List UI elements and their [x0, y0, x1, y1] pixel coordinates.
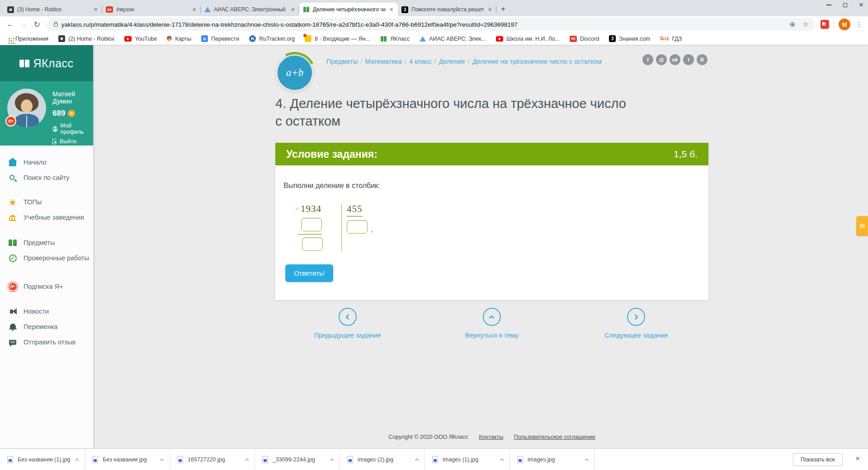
download-item[interactable]: images (1).jpg [425, 449, 510, 470]
tab-muzon[interactable]: 69 #музон × [102, 3, 201, 16]
bookmark-gdz[interactable]: Gdz ГДЗ [660, 36, 682, 42]
bookmark-avers[interactable]: АИАС АВЕРС: Элек... [420, 36, 486, 42]
check-circle-icon: ✓ [9, 254, 17, 262]
contacts-link[interactable]: Контакты [479, 434, 503, 440]
sidebar-item-subjects[interactable]: Предметы [0, 235, 93, 250]
window-minimize-button[interactable] [826, 5, 831, 5]
user-points: 689 ★ [52, 109, 89, 118]
sidebar-item-schools[interactable]: Учебные заведения [0, 210, 93, 225]
browser-menu-icon[interactable]: ⋮ [856, 20, 863, 28]
bookmark-yandex-mail[interactable]: 8 · Входящие — Ян... [305, 35, 370, 42]
tab-close-icon[interactable]: × [290, 6, 296, 13]
envelope-icon: ✉ [859, 222, 865, 230]
download-item[interactable]: 165727220.jpg [170, 449, 255, 470]
my-profile-link[interactable]: Мой профиль [52, 122, 89, 135]
download-menu-chevron[interactable] [500, 458, 504, 462]
tab-yaklass-active[interactable]: Деление четырёхзначного чис × [299, 3, 398, 16]
agreement-link[interactable]: Пользовательское соглашение [514, 434, 595, 440]
tab-close-icon[interactable]: × [93, 6, 99, 13]
bookmark-star-icon[interactable]: ☆ [802, 20, 808, 28]
sidebar-item-feedback[interactable]: Отправить отзыв [0, 334, 93, 350]
window-close-button[interactable]: × [859, 3, 863, 7]
sidebar-item-break[interactable]: Переменка [0, 319, 93, 334]
tab-roblox[interactable]: (3) Home - Roblox × [4, 3, 102, 16]
download-menu-chevron[interactable] [415, 458, 419, 462]
close-downloads-icon[interactable]: × [855, 455, 860, 462]
breadcrumb-grade[interactable]: 4 класс [409, 58, 432, 65]
copyright: Copyright © 2020 ООО ЯКласс [388, 434, 468, 440]
bookmark-youtube[interactable]: YouTube [124, 36, 157, 42]
breadcrumb-math[interactable]: Математика [365, 58, 402, 65]
remainder-input[interactable] [302, 237, 323, 251]
forward-button[interactable]: → [17, 20, 31, 29]
bookmark-yaklass[interactable]: ЯКласс [380, 36, 410, 42]
download-menu-chevron[interactable] [75, 458, 79, 462]
chevron-up-icon [489, 315, 495, 321]
tab-avers[interactable]: АИАС АВЕРС: Электронный Кла × [201, 3, 299, 16]
bookmark-znania[interactable]: 3 Знания.com [609, 35, 650, 42]
twitter-icon[interactable]: t [683, 54, 694, 65]
tab-close-icon[interactable]: × [487, 6, 493, 13]
back-button[interactable]: ← [4, 20, 17, 29]
tab-znania[interactable]: 3 Помогите пожалуйста решить з × [398, 3, 496, 16]
bookmark-translate[interactable]: G Перевести [201, 35, 239, 42]
search-icon [9, 175, 14, 180]
download-menu-chevron[interactable] [160, 458, 164, 462]
breadcrumb-division[interactable]: Деление [439, 58, 465, 65]
download-item[interactable]: _33099-2244.jpg [255, 449, 340, 470]
download-menu-chevron[interactable] [585, 458, 589, 462]
bookmark-apps[interactable]: Приложения [6, 36, 48, 42]
download-item[interactable]: Без названия.jpg [85, 449, 170, 470]
sidebar-item-home[interactable]: Начало [0, 155, 93, 170]
logout-link[interactable]: Выйти [52, 138, 89, 145]
prev-task-button[interactable] [339, 308, 357, 326]
address-bar[interactable]: yaklass.ru/p/matematika/4-klass/delenie-… [47, 18, 815, 31]
download-item[interactable]: images (2).jpg [340, 449, 425, 470]
download-menu-chevron[interactable] [245, 458, 249, 462]
browser-profile-avatar[interactable]: M [839, 19, 850, 30]
quotient-input[interactable] [347, 220, 368, 234]
sidebar-item-search[interactable]: Поиск по сайту [0, 170, 93, 185]
answer-button[interactable]: Ответить! [285, 264, 333, 282]
back-to-topic-button[interactable] [483, 308, 501, 326]
sidebar-item-tests[interactable]: ✓ Проверочные работы [0, 250, 93, 266]
prev-task-label[interactable]: Предыдущее задание [314, 332, 381, 339]
extension-icon[interactable] [821, 20, 830, 29]
back-to-topic-label[interactable]: Вернуться в тему [465, 332, 519, 339]
profile-panel: Я+ Матвей Думин 689 ★ Мой профиль Выйти [0, 81, 93, 146]
tab-title: #музон [116, 6, 189, 13]
sidebar-item-tops[interactable]: ★ ТОПы [0, 194, 93, 210]
person-icon [52, 126, 57, 132]
download-item[interactable]: images.jpg [510, 449, 595, 470]
next-task-label[interactable]: Следующее задание [604, 332, 668, 339]
mail-icon[interactable]: @ [656, 54, 667, 65]
window-restore-button[interactable] [843, 3, 847, 7]
bookmark-roblox[interactable]: (2) Home - Roblox [58, 35, 114, 42]
facebook-icon[interactable]: f [642, 54, 653, 65]
reload-button[interactable]: ↻ [30, 20, 44, 29]
next-task-button[interactable] [627, 308, 645, 326]
yaklass-logo[interactable]: ЯКласс [0, 45, 93, 81]
feedback-envelope-tab[interactable]: ✉ [856, 216, 868, 236]
breadcrumb-subjects[interactable]: Предметы [326, 58, 358, 65]
sidebar-item-subscription[interactable]: Я+ Подписка Я+ [0, 279, 93, 294]
subtrahend-input[interactable] [301, 218, 322, 231]
bookmark-discord[interactable]: 65 Discord [570, 36, 599, 42]
zoom-icon[interactable]: ⊕ [790, 20, 796, 28]
bookmark-school[interactable]: Школа им. Н.И. Ло... [496, 36, 560, 42]
vk-icon[interactable]: B [697, 54, 708, 65]
new-tab-button[interactable]: + [501, 5, 505, 16]
tab-close-icon[interactable]: × [389, 6, 394, 13]
sidebar-item-news[interactable]: Новости [0, 304, 93, 319]
minus-sign: − [295, 206, 299, 212]
download-menu-chevron[interactable] [330, 458, 334, 462]
bookmark-rutracker[interactable]: R RuTracker.org [249, 35, 295, 42]
download-item[interactable]: Без названия (1).jpg [0, 449, 85, 470]
url-text[interactable]: yaklass.ru/p/matematika/4-klass/delenie-… [61, 21, 790, 28]
tab-close-icon[interactable]: × [192, 6, 197, 13]
bookmark-maps[interactable]: Карты [167, 36, 191, 42]
avers-triangle-icon [420, 36, 426, 42]
odnoklassniki-icon[interactable]: ok [670, 54, 680, 65]
breadcrumb-topic[interactable]: Деление на трёхзначное число с остатком [472, 58, 602, 65]
show-all-downloads-button[interactable]: Показать все [793, 453, 843, 466]
